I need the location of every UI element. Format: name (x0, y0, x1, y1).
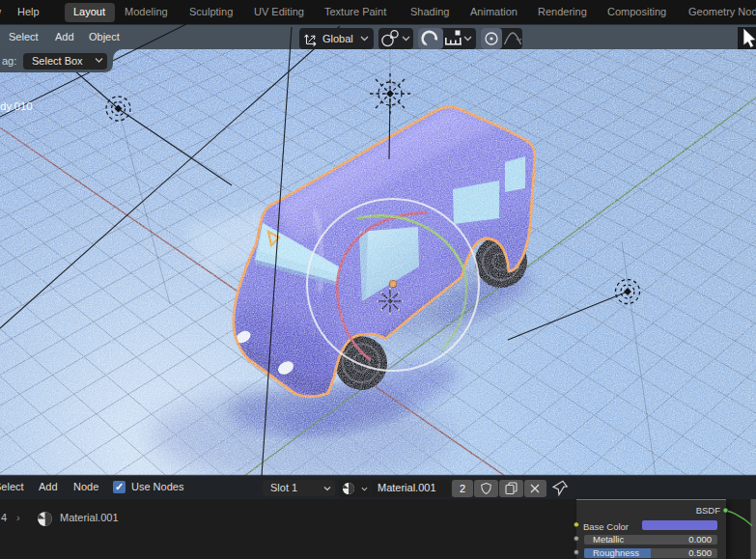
svg-text:Object: Object (89, 31, 120, 42)
svg-text:dy.010: dy.010 (0, 100, 33, 112)
svg-text:Global: Global (322, 33, 353, 44)
svg-text:Select Box: Select Box (32, 55, 83, 67)
svg-text:Select: Select (9, 31, 39, 42)
svg-text:Add: Add (55, 31, 74, 42)
svg-text:ag:: ag: (2, 55, 16, 67)
